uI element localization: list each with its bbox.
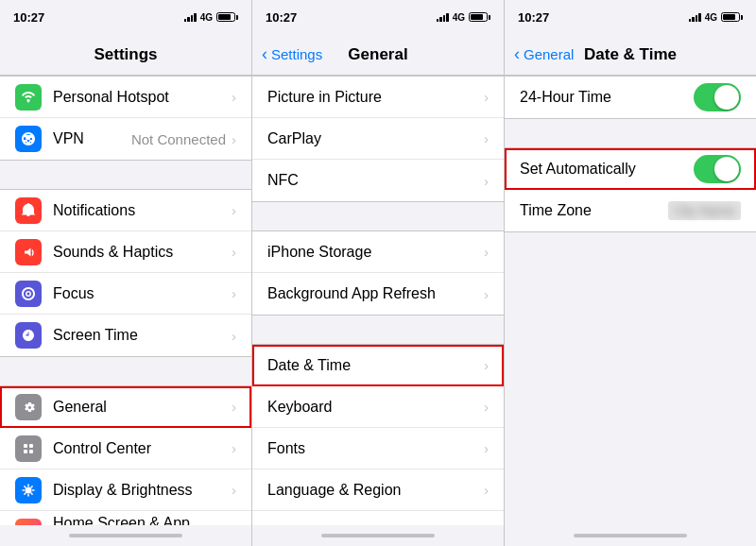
home-bar-1: [69, 534, 182, 537]
nav-header-settings: Settings: [0, 34, 251, 76]
sounds-icon: [15, 239, 42, 265]
display-label: Display & Brightness: [53, 482, 232, 499]
dictionary-label: Dictionary: [267, 523, 484, 525]
row-home-screen[interactable]: Home Screen & App Library ›: [0, 511, 251, 525]
signal-icon-2: [437, 12, 449, 22]
panel-general: 10:27 4G ‹ Settings General Picture i: [252, 0, 505, 546]
notifications-chevron: ›: [232, 202, 236, 218]
home-screen-label: Home Screen & App Library: [53, 515, 232, 526]
nav-back-general[interactable]: ‹ Settings: [262, 44, 322, 64]
row-iphone-storage[interactable]: iPhone Storage ›: [252, 231, 504, 273]
svg-rect-2: [24, 450, 27, 453]
vpn-value: Not Connected: [131, 131, 226, 147]
row-sounds[interactable]: Sounds & Haptics ›: [0, 231, 251, 273]
row-display[interactable]: Display & Brightness ›: [0, 469, 251, 511]
nav-header-general: ‹ Settings General: [252, 34, 504, 76]
nav-back-datetime[interactable]: ‹ General: [514, 44, 574, 64]
home-screen-icon: [15, 519, 42, 526]
personal-hotspot-label: Personal Hotspot: [53, 89, 232, 106]
set-automatically-label: Set Automatically: [520, 161, 694, 178]
back-label-general: Settings: [271, 46, 322, 62]
row-fonts[interactable]: Fonts ›: [252, 428, 504, 469]
row-carplay[interactable]: CarPlay ›: [252, 118, 504, 160]
settings-group-system: Notifications › Sounds & Haptics › Focus…: [0, 189, 251, 357]
nfc-chevron: ›: [484, 173, 489, 189]
row-personal-hotspot[interactable]: Personal Hotspot ›: [0, 77, 251, 118]
vpn-chevron: ›: [232, 131, 236, 147]
row-general[interactable]: General ›: [0, 386, 251, 428]
settings-group-storage: iPhone Storage › Background App Refresh …: [252, 230, 504, 316]
focus-icon: [15, 281, 42, 307]
home-screen-chevron: ›: [232, 523, 236, 525]
control-center-icon: [15, 435, 42, 462]
storage-chevron: ›: [484, 244, 489, 260]
personal-hotspot-icon: [15, 84, 42, 111]
network-badge-1: 4G: [200, 12, 213, 23]
screen-time-label: Screen Time: [53, 327, 232, 344]
row-dictionary[interactable]: Dictionary ›: [252, 511, 504, 525]
toggle-24h[interactable]: [694, 83, 741, 111]
status-time-2: 10:27: [266, 10, 297, 25]
date-time-chevron: ›: [484, 357, 489, 373]
status-bar-3: 10:27 4G: [505, 0, 756, 34]
language-label: Language & Region: [267, 482, 484, 499]
status-time-3: 10:27: [518, 10, 549, 25]
home-bar-2: [321, 534, 435, 537]
row-vpn[interactable]: VPN Not Connected ›: [0, 118, 251, 160]
nav-title-general: General: [348, 45, 407, 64]
row-set-automatically[interactable]: Set Automatically: [505, 148, 756, 190]
24h-label: 24-Hour Time: [520, 89, 694, 106]
nfc-label: NFC: [267, 172, 484, 189]
display-icon: [15, 477, 42, 503]
svg-point-4: [26, 486, 32, 493]
general-chevron: ›: [232, 399, 236, 415]
display-chevron: ›: [232, 482, 236, 498]
row-date-time[interactable]: Date & Time ›: [252, 345, 504, 386]
iphone-storage-label: iPhone Storage: [267, 244, 484, 261]
home-indicator-3: [505, 525, 756, 546]
date-time-label: Date & Time: [267, 357, 484, 374]
network-badge-3: 4G: [705, 12, 717, 23]
general-icon: [15, 394, 42, 420]
control-center-label: Control Center: [53, 440, 232, 457]
row-language[interactable]: Language & Region ›: [252, 469, 504, 511]
battery-icon-2: [469, 12, 490, 22]
row-screen-time[interactable]: Screen Time ›: [0, 315, 251, 356]
nav-header-datetime: ‹ General Date & Time: [505, 34, 756, 76]
row-time-zone[interactable]: Time Zone City Name: [505, 190, 756, 231]
row-control-center[interactable]: Control Center ›: [0, 428, 251, 469]
toggle-set-auto[interactable]: [694, 155, 741, 183]
notifications-icon: [15, 197, 42, 224]
panel-datetime: 10:27 4G ‹ General Date & Time 24-Hou: [505, 0, 756, 546]
battery-icon-3: [721, 12, 743, 22]
signal-icon-3: [689, 12, 701, 22]
bg-refresh-chevron: ›: [484, 286, 489, 302]
pip-chevron: ›: [484, 89, 489, 105]
dictionary-chevron: ›: [484, 524, 489, 526]
general-content: Picture in Picture › CarPlay › NFC › iPh…: [252, 76, 504, 525]
time-zone-label: Time Zone: [520, 202, 668, 219]
status-bar-1: 10:27 4G: [0, 0, 251, 34]
background-refresh-label: Background App Refresh: [267, 285, 484, 302]
status-icons-2: 4G: [437, 12, 490, 23]
language-chevron: ›: [484, 482, 489, 498]
personal-hotspot-chevron: ›: [232, 89, 236, 105]
sounds-label: Sounds & Haptics: [53, 244, 232, 261]
row-background-refresh[interactable]: Background App Refresh ›: [252, 273, 504, 315]
settings-group-24h: 24-Hour Time: [505, 76, 756, 119]
row-pip[interactable]: Picture in Picture ›: [252, 77, 504, 118]
row-focus[interactable]: Focus ›: [0, 273, 251, 315]
notifications-label: Notifications: [53, 202, 232, 219]
carplay-chevron: ›: [484, 130, 489, 146]
row-notifications[interactable]: Notifications ›: [0, 190, 251, 231]
datetime-content: 24-Hour Time Set Automatically Time Zone…: [505, 76, 756, 525]
row-24h[interactable]: 24-Hour Time: [505, 77, 756, 118]
row-nfc[interactable]: NFC ›: [252, 160, 504, 201]
status-bar-2: 10:27 4G: [252, 0, 504, 34]
time-zone-value: City Name: [668, 201, 741, 220]
back-chevron-general: ‹: [262, 44, 267, 64]
row-keyboard[interactable]: Keyboard ›: [252, 386, 504, 428]
svg-rect-3: [29, 450, 33, 453]
general-label: General: [53, 399, 232, 416]
home-bar-3: [574, 534, 687, 537]
